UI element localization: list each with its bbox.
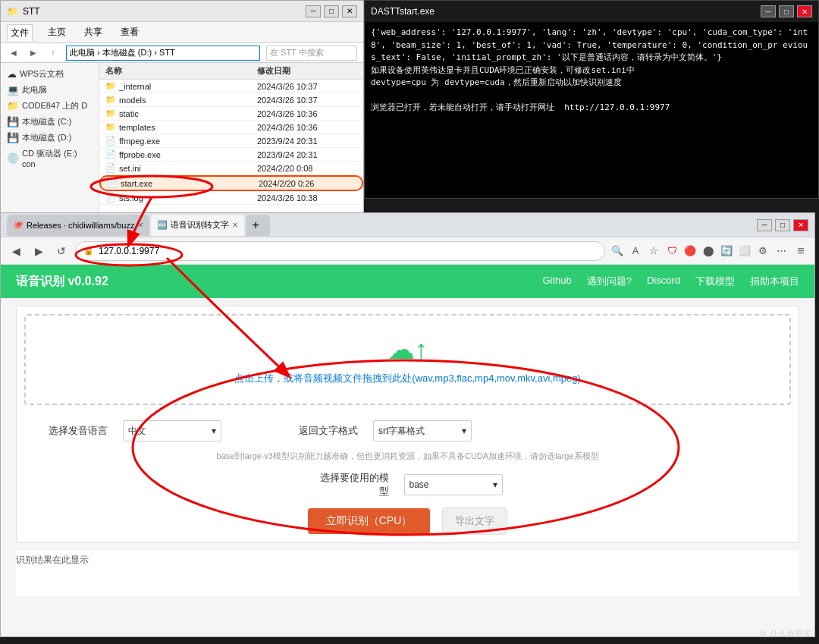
file-explorer-titlebar: 📁 STT ─ □ ✕	[1, 1, 363, 22]
sidebar-item-c[interactable]: 💾 本地磁盘 (C:)	[1, 114, 99, 130]
action-row: 立即识别（CPU） 导出文字	[32, 507, 783, 535]
app-main-content: ☁↑ 点击上传，或将音频视频文件拖拽到此处(wav,mp3,flac,mp4,m…	[16, 306, 799, 543]
sidebar-label-c: 本地磁盘 (C:)	[22, 116, 71, 127]
language-select[interactable]: 中文 ▾	[123, 420, 221, 441]
file-date: 2024/3/26 10:36	[257, 123, 357, 132]
browser-tab-stt[interactable]: 🔤 语音识别转文字 ✕	[151, 215, 244, 236]
disk-c-icon: 💾	[7, 116, 19, 127]
sync-icon[interactable]: 🔄	[719, 243, 734, 259]
file-type-icon: 📁	[105, 108, 116, 118]
file-row[interactable]: 📄 set.ini 2024/2/20 0:08	[99, 162, 363, 175]
nav-discord[interactable]: Discord	[647, 275, 680, 288]
fe-minimize-btn[interactable]: ─	[306, 5, 321, 17]
menu-icon[interactable]: ⋯	[774, 243, 789, 259]
fe-search-input[interactable]: 在 STT 中搜索	[266, 46, 357, 61]
fe-tab-file[interactable]: 文件	[7, 24, 33, 41]
fe-maximize-btn[interactable]: □	[324, 5, 339, 17]
search-icon[interactable]: 🔍	[610, 243, 625, 259]
circle-icon[interactable]: ⬤	[701, 243, 716, 259]
browser-titlebar: 🐙 Releases · chidiwilliams/buzz ✕ 🔤 语音识别…	[1, 213, 814, 237]
pc-icon: 💻	[7, 84, 19, 96]
cmd-maximize-btn[interactable]: □	[779, 5, 794, 17]
fe-tab-share[interactable]: 共享	[81, 24, 105, 40]
disk-d-icon: 💾	[7, 132, 19, 143]
settings-icon[interactable]: ⚙	[755, 243, 770, 259]
cmd-close-btn[interactable]: ✕	[797, 5, 812, 17]
sidebar-item-d[interactable]: 💾 本地磁盘 (D:)	[1, 130, 99, 146]
browser-close-btn[interactable]: ✕	[793, 219, 808, 231]
file-date: 2024/3/26 10:37	[257, 82, 357, 91]
tab-label-buzz: Releases · chidiwilliams/buzz	[27, 221, 134, 230]
file-row[interactable]: 📄 sts.log 2024/3/26 10:38	[99, 191, 363, 205]
fe-close-btn[interactable]: ✕	[342, 5, 357, 17]
settings-hint: base到large-v3模型识别能力越准确，但也更消耗资源，如果不具备CUDA…	[32, 451, 783, 462]
refresh-btn[interactable]: ↺	[52, 242, 71, 260]
code-icon: 📁	[7, 100, 19, 112]
sidebar-label-d: 本地磁盘 (D:)	[22, 132, 71, 143]
new-tab-btn[interactable]: +	[246, 215, 270, 236]
file-type-icon: 📁	[105, 81, 116, 91]
sidebar-item-wps[interactable]: ☁ WPS云文档	[1, 66, 99, 82]
format-label: 返回文字格式	[282, 424, 358, 438]
sidebar-label-pc: 此电脑	[22, 84, 47, 96]
model-value: base	[410, 479, 429, 490]
tab-close-buzz[interactable]: ✕	[137, 221, 143, 229]
tab-close-stt[interactable]: ✕	[232, 221, 238, 229]
forward-btn[interactable]: ▶	[30, 242, 48, 260]
browser-minimize-btn[interactable]: ─	[757, 219, 772, 231]
fe-table-header: 名称 修改日期	[99, 63, 363, 80]
tab-icon-stt: 🔤	[157, 220, 168, 230]
upload-zone[interactable]: ☁↑ 点击上传，或将音频视频文件拖拽到此处(wav,mp3,flac,mp4,m…	[24, 314, 791, 405]
fe-up-btn[interactable]: ↑	[46, 46, 60, 60]
file-row[interactable]: 📁 templates 2024/3/26 10:36	[99, 121, 363, 134]
file-row[interactable]: 📄 ffmpeg.exe 2023/9/24 20:31	[99, 134, 363, 148]
sidebar-item-cd[interactable]: 💿 CD 驱动器 (E:) con	[1, 146, 99, 171]
file-row[interactable]: 📁 static 2024/3/26 10:36	[99, 107, 363, 121]
fe-forward-btn[interactable]: ▶	[27, 46, 40, 60]
back-btn[interactable]: ◀	[7, 242, 25, 260]
fe-back-btn[interactable]: ◀	[7, 46, 20, 60]
browser-icon[interactable]: 🔴	[682, 243, 698, 259]
sidebar-toggle-icon[interactable]: ≡	[793, 243, 808, 259]
file-date: 2024/2/20 0:26	[259, 179, 356, 188]
sidebar-item-code847[interactable]: 📁 CODE847 上的 D	[1, 98, 99, 114]
star-icon[interactable]: ☆	[646, 243, 661, 259]
shield-icon[interactable]: 🛡	[664, 243, 679, 259]
sidebar-item-pc[interactable]: 💻 此电脑	[1, 82, 99, 98]
language-value: 中文	[128, 425, 146, 438]
file-row[interactable]: 📁 _internal 2024/3/26 10:37	[99, 80, 363, 93]
file-type-icon: 📄	[105, 193, 116, 203]
folder-icon: 📁	[7, 6, 18, 17]
text-icon[interactable]: A	[628, 243, 643, 259]
browser-maximize-btn[interactable]: □	[775, 219, 790, 231]
nav-issue[interactable]: 遇到问题?	[587, 275, 632, 288]
file-row[interactable]: 📄 ffprobe.exe 2023/9/24 20:31	[99, 148, 363, 162]
nav-download[interactable]: 下载模型	[695, 275, 735, 288]
file-type-icon: 📁	[105, 95, 116, 105]
sidebar-label-code847: CODE847 上的 D	[22, 100, 87, 112]
watermark: 值 什么值得买	[759, 628, 811, 639]
file-name-text: models	[119, 96, 146, 105]
file-name-text: sts.log	[119, 193, 143, 203]
file-row[interactable]: 📁 models 2024/3/26 10:37	[99, 93, 363, 107]
file-row[interactable]: 📄 start.exe 2024/2/20 0:26	[99, 175, 363, 191]
tab-icon[interactable]: ⬜	[737, 243, 752, 259]
tab-label-stt: 语音识别转文字	[171, 219, 229, 231]
result-label: 识别结果在此显示	[16, 551, 799, 570]
fe-tab-view[interactable]: 查看	[118, 24, 142, 40]
model-chevron-icon: ▾	[493, 479, 497, 490]
model-select[interactable]: base ▾	[404, 474, 503, 495]
url-bar[interactable]: 🔒 127.0.0.1:9977	[75, 241, 605, 261]
file-type-icon: 📄	[105, 163, 116, 173]
browser-tab-buzz[interactable]: 🐙 Releases · chidiwilliams/buzz ✕	[7, 215, 149, 236]
nav-donate[interactable]: 捐助本项目	[750, 275, 799, 288]
identify-button[interactable]: 立即识别（CPU）	[308, 508, 431, 534]
fe-address-input[interactable]: 此电脑 › 本地磁盘 (D:) › STT	[66, 46, 260, 61]
lock-icon: 🔒	[83, 246, 94, 256]
nav-github[interactable]: Github	[542, 275, 571, 288]
export-button[interactable]: 导出文字	[442, 507, 507, 535]
format-select[interactable]: srt字幕格式 ▾	[373, 420, 472, 441]
fe-tab-home[interactable]: 主页	[45, 24, 69, 40]
cmd-minimize-btn[interactable]: ─	[761, 5, 776, 17]
sidebar-label-cd: CD 驱动器 (E:) con	[22, 148, 93, 168]
